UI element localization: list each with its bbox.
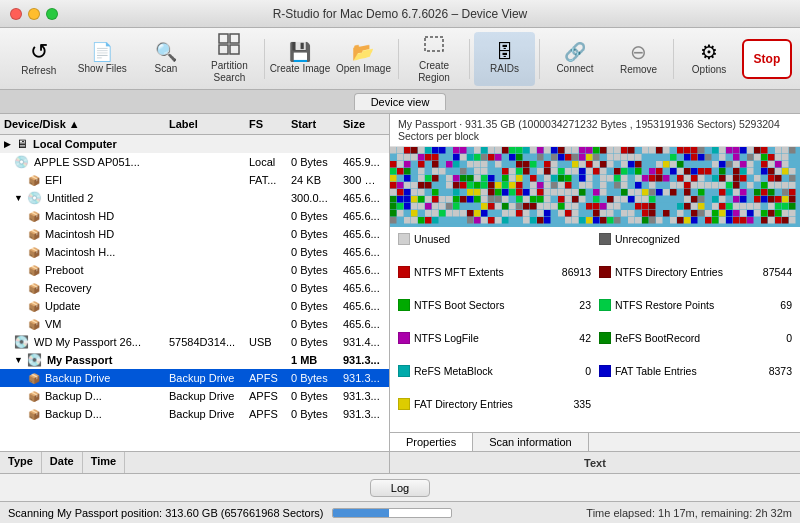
svg-rect-642 — [768, 217, 775, 224]
tree-row-untitled2[interactable]: ▼ 💿 Untitled 2 300.0... 465.6... — [0, 189, 389, 207]
svg-rect-612 — [558, 217, 565, 224]
tree-row-efi[interactable]: 📦 EFI FAT... 24 KB 300 MB — [0, 171, 389, 189]
tree-row-update[interactable]: 📦 Update 0 Bytes 465.6... — [0, 297, 389, 315]
svg-rect-238 — [782, 168, 789, 175]
svg-rect-526 — [768, 203, 775, 210]
svg-rect-516 — [698, 203, 705, 210]
svg-rect-428 — [488, 196, 495, 203]
col-header-start: Start — [287, 116, 339, 132]
svg-rect-514 — [684, 203, 691, 210]
svg-rect-269 — [593, 175, 600, 182]
svg-rect-576 — [712, 210, 719, 217]
tree-row-backup-drive-3[interactable]: 📦 Backup D... Backup Drive APFS 0 Bytes … — [0, 405, 389, 423]
options-button[interactable]: ⚙ Options — [678, 32, 740, 86]
tab-properties[interactable]: Properties — [390, 433, 473, 451]
tree-row-local-computer[interactable]: ▶ 🖥 Local Computer — [0, 135, 389, 153]
create-image-button[interactable]: 💾 Create Image — [269, 32, 331, 86]
svg-rect-500 — [586, 203, 593, 210]
svg-rect-111 — [705, 154, 712, 161]
svg-rect-416 — [404, 196, 411, 203]
scan-button[interactable]: 🔍 Scan — [135, 32, 197, 86]
log-button[interactable]: Log — [370, 479, 430, 497]
tree-row-vm[interactable]: 📦 VM 0 Bytes 465.6... — [0, 315, 389, 333]
svg-rect-16 — [446, 147, 453, 154]
tree-row-macintosh-hd-1[interactable]: 📦 Macintosh HD 0 Bytes 465.6... — [0, 207, 389, 225]
svg-rect-148 — [558, 161, 565, 168]
svg-rect-204 — [544, 168, 551, 175]
svg-rect-378 — [544, 189, 551, 196]
svg-rect-643 — [775, 217, 782, 224]
svg-rect-308 — [460, 182, 467, 189]
svg-rect-90 — [558, 154, 565, 161]
show-files-button[interactable]: 📄 Show Files — [72, 32, 134, 86]
svg-rect-276 — [642, 175, 649, 182]
refresh-button[interactable]: ↺ Refresh — [8, 32, 70, 86]
svg-rect-389 — [621, 189, 628, 196]
svg-rect-101 — [635, 154, 642, 161]
svg-rect-439 — [565, 196, 572, 203]
raids-button[interactable]: 🗄 RAIDs — [474, 32, 536, 86]
tree-row-apple-ssd[interactable]: 💿 APPLE SSD AP051... Local 0 Bytes 465.9… — [0, 153, 389, 171]
svg-rect-508 — [642, 203, 649, 210]
log-area: Log — [0, 473, 800, 501]
remove-button[interactable]: ⊖ Remove — [608, 32, 670, 86]
svg-rect-142 — [516, 161, 523, 168]
time-col-label: Time — [83, 452, 125, 473]
svg-rect-373 — [509, 189, 516, 196]
open-image-button[interactable]: 📂 Open Image — [333, 32, 395, 86]
stop-button[interactable]: Stop — [742, 39, 792, 79]
svg-rect-533 — [411, 210, 418, 217]
tree-row-macintosh-h[interactable]: 📦 Macintosh H... 0 Bytes 465.6... — [0, 243, 389, 261]
svg-rect-321 — [551, 182, 558, 189]
tree-row-my-passport[interactable]: ▼ 💽 My Passport 1 MB 931.3... — [0, 351, 389, 369]
svg-rect-623 — [635, 217, 642, 224]
svg-rect-14 — [432, 147, 439, 154]
minimize-button[interactable] — [28, 8, 40, 20]
svg-rect-520 — [726, 203, 733, 210]
svg-rect-465 — [747, 196, 754, 203]
svg-rect-281 — [677, 175, 684, 182]
svg-rect-585 — [775, 210, 782, 217]
svg-rect-252 — [474, 175, 481, 182]
device-view-tab[interactable]: Device view — [354, 93, 447, 110]
legend-item-label: ReFS BootRecord — [615, 332, 753, 344]
svg-rect-402 — [712, 189, 719, 196]
svg-rect-163 — [663, 161, 670, 168]
tab-scan-information[interactable]: Scan information — [473, 433, 589, 451]
svg-rect-134 — [460, 161, 467, 168]
svg-rect-125 — [397, 161, 404, 168]
tree-row-backup-drive-2[interactable]: 📦 Backup D... Backup Drive APFS 0 Bytes … — [0, 387, 389, 405]
backup-drive-3-icon: 📦 — [28, 409, 40, 420]
svg-rect-242 — [404, 175, 411, 182]
svg-rect-284 — [698, 175, 705, 182]
svg-rect-45 — [649, 147, 656, 154]
create-region-button[interactable]: Create Region — [403, 32, 465, 86]
maximize-button[interactable] — [46, 8, 58, 20]
svg-rect-640 — [754, 217, 761, 224]
close-button[interactable] — [10, 8, 22, 20]
svg-rect-328 — [600, 182, 607, 189]
tree-row-preboot[interactable]: 📦 Preboot 0 Bytes 465.6... — [0, 261, 389, 279]
svg-rect-617 — [593, 217, 600, 224]
svg-rect-610 — [544, 217, 551, 224]
svg-rect-588 — [390, 217, 397, 224]
svg-rect-240 — [390, 175, 397, 182]
svg-rect-3 — [230, 45, 239, 54]
svg-rect-63 — [775, 147, 782, 154]
tree-row-recovery[interactable]: 📦 Recovery 0 Bytes 465.6... — [0, 279, 389, 297]
svg-rect-645 — [789, 217, 796, 224]
legend: Unused Unrecognized NTFS MFT Extents 869… — [390, 227, 800, 432]
svg-rect-590 — [404, 217, 411, 224]
svg-rect-194 — [474, 168, 481, 175]
svg-rect-565 — [635, 210, 642, 217]
svg-rect-450 — [642, 196, 649, 203]
tree-row-backup-drive-1[interactable]: 📦 Backup Drive Backup Drive APFS 0 Bytes… — [0, 369, 389, 387]
svg-rect-353 — [775, 182, 782, 189]
connect-button[interactable]: 🔗 Connect — [544, 32, 606, 86]
tree-row-wd-passport[interactable]: 💽 WD My Passport 26... 57584D314... USB … — [0, 333, 389, 351]
partition-search-button[interactable]: Partition Search — [199, 32, 261, 86]
tree-row-macintosh-hd-2[interactable]: 📦 Macintosh HD 0 Bytes 465.6... — [0, 225, 389, 243]
backup-drive-1-icon: 📦 — [28, 373, 40, 384]
svg-rect-379 — [551, 189, 558, 196]
svg-rect-386 — [600, 189, 607, 196]
